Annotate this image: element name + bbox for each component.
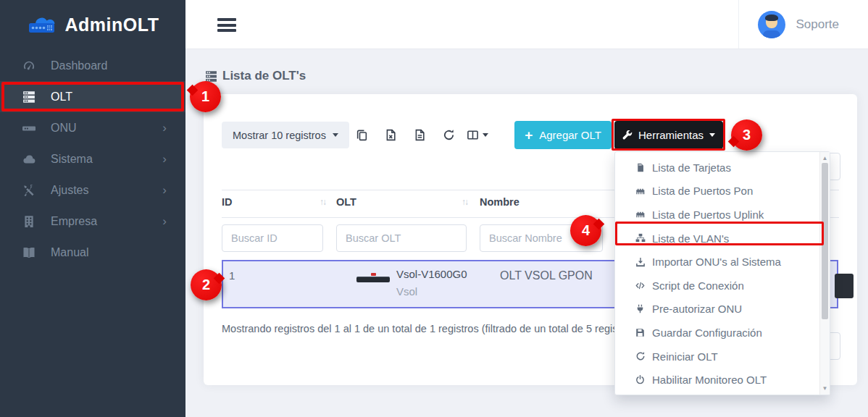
logo: AdminOLT: [0, 0, 185, 50]
menu-item-importar-onus[interactable]: Importar ONU's al Sistema: [615, 250, 830, 274]
filter-olt-input[interactable]: [336, 224, 467, 252]
network-icon: [634, 233, 646, 243]
chevron-right-icon: ›: [162, 215, 167, 227]
menu-item-puertos-uplink[interactable]: Lista de Puertos Uplink: [615, 203, 830, 227]
sidebar-item-sistema[interactable]: Sistema ›: [0, 143, 185, 174]
cell-id: 1: [229, 269, 235, 282]
sidebar-item-empresa[interactable]: Empresa ›: [0, 206, 185, 237]
cell-olt-brand: Vsol: [396, 285, 417, 298]
menu-item-reiniciar-olt[interactable]: Reiniciar OLT: [615, 345, 830, 368]
export-toolbar: [347, 122, 492, 148]
scrollbar-thumb[interactable]: [822, 163, 828, 319]
code-icon: [634, 281, 646, 290]
sidebar-item-label: Ajustes: [51, 184, 88, 197]
chevron-right-icon: ›: [162, 122, 167, 134]
annotation-step-2: 2: [191, 269, 222, 300]
sidebar-item-manual[interactable]: Manual: [0, 237, 185, 268]
refresh-icon: [634, 351, 646, 361]
topbar: Soporte: [185, 0, 868, 49]
wrench-icon: [622, 130, 633, 140]
menu-item-script-conexion[interactable]: Script de Conexión: [615, 274, 830, 298]
sidebar-item-ajustes[interactable]: Ajustes ›: [0, 174, 185, 206]
scroll-up-icon[interactable]: ▲: [820, 155, 830, 161]
excel-icon: [385, 129, 397, 141]
chevron-right-icon: ›: [162, 184, 167, 196]
cell-nombre: OLT VSOL GPON: [500, 269, 593, 282]
ethernet-icon: [634, 209, 646, 219]
scroll-down-icon[interactable]: ▼: [820, 385, 830, 392]
sd-card-icon: [634, 163, 646, 172]
logo-text: AdminOLT: [65, 14, 159, 35]
column-header-olt[interactable]: OLT: [336, 196, 356, 208]
annotation-step-3: 3: [731, 119, 762, 151]
sidebar-nav: Dashboard OLT ONU › Sistema ›: [0, 50, 185, 268]
add-olt-button[interactable]: + Agregar OLT: [514, 121, 612, 149]
server-icon: [205, 70, 217, 83]
tools-dropdown-button[interactable]: Herramientas: [614, 121, 723, 149]
sort-icon[interactable]: ↑↓: [320, 197, 325, 207]
column-header-id[interactable]: ID: [222, 196, 233, 208]
sidebar-item-label: ONU: [51, 122, 77, 135]
export-excel-button[interactable]: [376, 122, 405, 148]
user-name: Soporte: [796, 17, 839, 32]
sidebar-item-olt[interactable]: OLT: [0, 81, 185, 112]
menu-item-lista-tarjetas[interactable]: Lista de Tarjetas: [615, 156, 830, 180]
menu-item-habilitar-monitoreo[interactable]: Habilitar Monitoreo OLT: [615, 368, 830, 392]
sidebar-item-label: Dashboard: [51, 59, 107, 72]
sort-icon[interactable]: ↑↓: [462, 197, 467, 207]
sidebar-item-onu[interactable]: ONU ›: [0, 112, 185, 143]
sidebar-item-label: Empresa: [51, 215, 97, 228]
save-icon: [634, 328, 646, 337]
copy-button[interactable]: [347, 122, 376, 148]
plus-icon: +: [525, 128, 533, 142]
user-menu[interactable]: Soporte: [738, 0, 868, 49]
annotation-step-4: 4: [570, 215, 601, 246]
book-icon: [22, 246, 38, 259]
refresh-icon: [443, 129, 455, 141]
page-title: Lista de OLT's: [205, 69, 306, 83]
menu-item-guardar-configuracion[interactable]: Guardar Configuración: [615, 321, 830, 345]
tools-dropdown-menu: Lista de Tarjetas Lista de Puertos Pon L…: [614, 151, 830, 395]
ethernet-icon: [634, 186, 646, 196]
server-icon: [22, 90, 38, 104]
chevron-down-icon: [709, 133, 715, 137]
download-icon: [634, 257, 646, 267]
export-file-button[interactable]: [405, 122, 434, 148]
table-info-text: Mostrando registros del 1 al 1 de un tot…: [222, 323, 638, 334]
column-header-nombre[interactable]: Nombre: [480, 196, 519, 208]
sidebar-item-label: OLT: [51, 90, 72, 104]
menu-item-lista-vlans[interactable]: Lista de VLAN's: [615, 227, 830, 250]
chevron-down-icon: [333, 133, 338, 137]
plug-icon: [634, 304, 646, 313]
row-extra-image: [835, 274, 854, 298]
cell-olt-model: Vsol-V1600G0: [396, 268, 467, 280]
tools-icon: [22, 184, 38, 197]
sidebar-item-label: Sistema: [51, 153, 93, 166]
vsol-logo: [371, 273, 376, 276]
refresh-button[interactable]: [434, 122, 463, 148]
copy-icon: [356, 129, 368, 141]
building-icon: [22, 215, 38, 228]
columns-icon: [467, 129, 479, 141]
olt-device-image: [356, 273, 390, 282]
annotation-step-1: 1: [190, 81, 221, 112]
adminolt-app: AdminOLT Dashboard OLT ONU ›: [0, 0, 868, 417]
sidebar-item-label: Manual: [51, 246, 88, 259]
dashboard-icon: [22, 59, 38, 72]
logo-cloud-switch-icon: [27, 13, 59, 37]
device-icon: [22, 122, 38, 135]
filter-id-input[interactable]: [222, 224, 323, 252]
hamburger-menu-button[interactable]: [217, 18, 236, 35]
sidebar: AdminOLT Dashboard OLT ONU ›: [0, 0, 185, 417]
show-records-dropdown[interactable]: Mostrar 10 registros: [222, 122, 349, 148]
dropdown-scrollbar[interactable]: ▲ ▼: [819, 152, 830, 395]
columns-visibility-button[interactable]: [463, 122, 492, 148]
chevron-down-icon: [483, 133, 488, 137]
file-icon: [414, 129, 426, 141]
sidebar-item-dashboard[interactable]: Dashboard: [0, 50, 185, 81]
menu-item-puertos-pon[interactable]: Lista de Puertos Pon: [615, 180, 830, 203]
power-icon: [634, 375, 646, 384]
menu-item-pre-autorizar[interactable]: Pre-autorizar ONU: [615, 298, 830, 321]
cloud-icon: [22, 153, 38, 166]
user-avatar: [758, 11, 785, 38]
